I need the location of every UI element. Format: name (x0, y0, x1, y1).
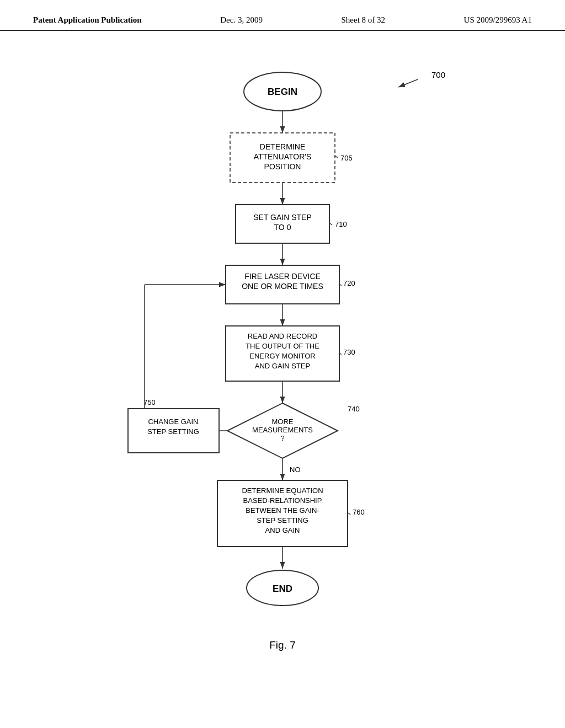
n730-line3: ENERGY MONITOR (249, 352, 315, 360)
svg-line-22 (335, 156, 338, 158)
n710-line1: SET GAIN STEP (253, 213, 312, 222)
n740-line3: ? (280, 434, 284, 442)
label-740: 740 (348, 405, 360, 413)
diagram-label-700: 700 (431, 70, 445, 79)
no-label: NO (290, 465, 301, 474)
patent-number: US 2009/299693 A1 (464, 15, 532, 25)
n705-line1: DETERMINE (260, 142, 305, 151)
n760-line1: DETERMINE EQUATION (242, 486, 323, 495)
end-node-text: END (273, 584, 292, 594)
n750-line1: CHANGE GAIN (148, 417, 198, 426)
n705-line2: ATTENUATOR'S (254, 152, 312, 161)
sheet-info: Sheet 8 of 32 (341, 15, 385, 25)
n730-line2: THE OUTPUT OF THE (246, 342, 319, 350)
page-header: Patent Application Publication Dec. 3, 2… (0, 0, 565, 31)
n720-line1: FIRE LASER DEVICE (244, 272, 321, 281)
n760-line3: BETWEEN THE GAIN- (246, 506, 319, 515)
n730-line1: READ AND RECORD (248, 332, 317, 340)
figure-caption: Fig. 7 (269, 639, 296, 651)
n705-line3: POSITION (264, 162, 301, 171)
svg-line-26 (348, 513, 350, 515)
publication-title: Patent Application Publication (33, 15, 142, 25)
n760-line2: BASED-RELATIONSHIP (243, 496, 322, 505)
label-720: 720 (343, 279, 355, 287)
n750-line2: STEP SETTING (147, 427, 199, 436)
label-730: 730 (343, 348, 355, 356)
label-760: 760 (353, 508, 365, 516)
main-content: 700 BEGIN DETERMINE ATTENUATOR'S POSITIO… (0, 31, 565, 698)
n720-line2: ONE OR MORE TIMES (242, 282, 323, 291)
flowchart-diagram: 700 BEGIN DETERMINE ATTENUATOR'S POSITIO… (89, 47, 476, 682)
n740-line2: MEASUREMENTS (252, 426, 313, 434)
svg-line-23 (330, 223, 332, 225)
svg-line-0 (398, 79, 418, 87)
begin-node-text: BEGIN (268, 87, 297, 97)
n760-line5: AND GAIN (265, 526, 300, 534)
n760-line4: STEP SETTING (257, 516, 308, 524)
n740-line1: MORE (272, 417, 294, 426)
n730-line4: AND GAIN STEP (255, 362, 310, 370)
publication-date: Dec. 3, 2009 (220, 15, 263, 25)
label-750: 750 (143, 398, 156, 406)
label-710: 710 (335, 220, 347, 228)
label-705: 705 (340, 154, 353, 162)
n710-line2: TO 0 (274, 223, 291, 232)
